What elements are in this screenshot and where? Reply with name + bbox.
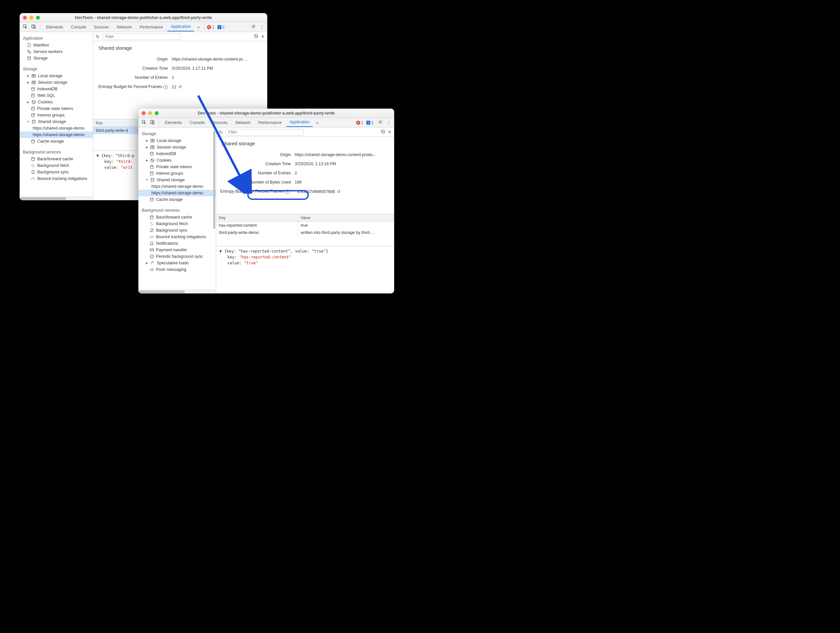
svg-point-9 xyxy=(32,87,35,88)
sidebar-section-application: Application xyxy=(20,34,93,42)
sidebar-item-cache-storage[interactable]: Cache storage xyxy=(20,138,93,145)
maximize-window-button[interactable] xyxy=(155,111,159,115)
table-row[interactable]: third-party-write-demo written into thir… xyxy=(216,229,394,236)
tab-sources[interactable]: Sources xyxy=(91,24,112,31)
sidebar-origin-item-selected[interactable]: https://shared-storage-demo- xyxy=(20,131,93,138)
tab-network[interactable]: Network xyxy=(114,24,135,31)
v-scrollbar-thumb[interactable] xyxy=(213,131,215,229)
sidebar-item-session-storage[interactable]: ▶Session storage xyxy=(20,79,93,86)
sidebar-item-bfcache[interactable]: Back/forward cache xyxy=(20,156,93,162)
tab-elements[interactable]: Elements xyxy=(162,119,185,126)
sidebar-item-cookies[interactable]: ▶Cookies xyxy=(20,99,93,105)
sidebar-item-bounce-tracking[interactable]: Bounce tracking mitigations xyxy=(138,234,216,240)
svg-point-16 xyxy=(32,120,35,122)
sidebar-item-local-storage[interactable]: ▶Local storage xyxy=(138,137,216,144)
tab-performance[interactable]: Performance xyxy=(255,119,285,126)
sidebar-item-interest-groups[interactable]: Interest groups xyxy=(138,170,216,177)
sidebar-origin-item-selected[interactable]: https://shared-storage-demo- xyxy=(138,190,216,196)
sidebar-origin-item[interactable]: https://shared-storage-demo- xyxy=(20,125,93,131)
col-key-header[interactable]: Key xyxy=(216,214,298,221)
sidebar-h-scrollbar[interactable] xyxy=(20,196,93,200)
sidebar-item-bg-fetch[interactable]: Background fetch xyxy=(20,162,93,169)
tab-console[interactable]: Console xyxy=(186,119,208,126)
sidebar-item-shared-storage[interactable]: ▼Shared storage xyxy=(138,177,216,183)
table-row[interactable]: has-reported-content true xyxy=(216,222,394,229)
reset-icon[interactable]: ↺ xyxy=(178,85,182,89)
sidebar-item-bg-sync[interactable]: Background sync xyxy=(20,169,93,175)
filter-input[interactable] xyxy=(225,129,304,136)
device-toggle-icon[interactable] xyxy=(30,24,37,30)
more-tabs-icon[interactable]: » xyxy=(314,120,320,125)
block-icon[interactable] xyxy=(254,34,258,39)
sidebar-item-bfcache[interactable]: Back/forward cache xyxy=(138,214,216,221)
settings-icon[interactable] xyxy=(377,120,384,125)
inspect-icon[interactable] xyxy=(141,120,147,125)
settings-icon[interactable] xyxy=(250,24,257,30)
sidebar-item-private-state-tokens[interactable]: Private state tokens xyxy=(20,105,93,112)
sidebar-item-manifest[interactable]: Manifest xyxy=(20,42,93,49)
sidebar-item-shared-storage[interactable]: ▼Shared storage xyxy=(20,118,93,125)
sidebar-item-websql[interactable]: Web SQL xyxy=(20,92,93,99)
close-window-button[interactable] xyxy=(142,111,145,115)
tab-performance[interactable]: Performance xyxy=(136,24,166,31)
sidebar-item-cookies[interactable]: ▶Cookies xyxy=(138,157,216,164)
inspect-icon[interactable] xyxy=(22,24,29,30)
sidebar-item-bounce-tracking[interactable]: Bounce tracking mitigations xyxy=(20,175,93,182)
titlebar: DevTools - shared-storage-demo-publisher… xyxy=(20,13,267,22)
block-icon[interactable] xyxy=(381,129,385,135)
info-tooltip-icon[interactable]: i xyxy=(285,190,289,194)
close-icon[interactable]: ✕ xyxy=(261,34,265,39)
sidebar-item-service-workers[interactable]: Service workers xyxy=(20,49,93,55)
caret-down-icon[interactable]: ▼ xyxy=(96,153,101,158)
caret-down-icon[interactable]: ▼ xyxy=(219,249,224,254)
sidebar-item-cache-storage[interactable]: Cache storage xyxy=(138,196,216,203)
sidebar-item-bg-sync[interactable]: Background sync xyxy=(138,227,216,234)
tab-application[interactable]: Application xyxy=(167,23,194,32)
sidebar-item-local-storage[interactable]: ▶Local storage xyxy=(20,73,93,79)
sidebar-item-indexeddb[interactable]: IndexedDB xyxy=(138,150,216,157)
svg-point-11 xyxy=(32,100,36,104)
info-count[interactable]: i2 xyxy=(366,120,374,125)
close-window-button[interactable] xyxy=(23,16,27,20)
maximize-window-button[interactable] xyxy=(36,16,40,20)
close-icon[interactable]: ✕ xyxy=(388,129,392,134)
sidebar-item-storage[interactable]: Storage xyxy=(20,55,93,62)
device-toggle-icon[interactable] xyxy=(149,120,156,125)
sidebar-item-periodic-sync[interactable]: Periodic background sync xyxy=(138,253,216,260)
sidebar-item-bg-fetch[interactable]: Background fetch xyxy=(138,221,216,227)
more-tabs-icon[interactable]: » xyxy=(195,25,202,30)
sidebar-item-interest-groups[interactable]: Interest groups xyxy=(20,112,93,118)
tab-network[interactable]: Network xyxy=(232,119,254,126)
info-tooltip-icon[interactable]: i xyxy=(164,85,168,89)
detail-entropy-label: Entropy Budget for Fenced Framesi xyxy=(216,189,294,194)
info-count[interactable]: i2 xyxy=(218,25,225,30)
sidebar-item-speculative-loads[interactable]: ▶Speculative loads xyxy=(138,260,216,266)
reload-icon[interactable]: ↻ xyxy=(96,34,100,39)
reset-icon[interactable]: ↺ xyxy=(337,189,341,194)
tab-sources[interactable]: Sources xyxy=(209,119,231,126)
database-icon xyxy=(150,215,154,219)
kv-table: Key Value has-reported-content true thir… xyxy=(216,214,394,246)
minimize-window-button[interactable] xyxy=(30,16,33,20)
error-count[interactable]: ✕1 xyxy=(207,25,214,30)
sidebar-item-push-messaging[interactable]: Push messaging xyxy=(138,266,216,273)
col-value-header[interactable]: Value xyxy=(298,214,394,221)
cookie-icon xyxy=(150,158,155,163)
filter-input[interactable] xyxy=(103,33,181,40)
tab-console[interactable]: Console xyxy=(68,24,89,31)
kebab-menu-icon[interactable]: ⋮ xyxy=(385,120,392,125)
sidebar-origin-item[interactable]: https://shared-storage-demo- xyxy=(138,183,216,190)
sidebar-item-payment-handler[interactable]: Payment handler xyxy=(138,247,216,253)
sidebar-item-indexeddb[interactable]: IndexedDB xyxy=(20,86,93,92)
sidebar-h-scrollbar[interactable] xyxy=(138,289,216,294)
sidebar-item-session-storage[interactable]: ▶Session storage xyxy=(138,144,216,150)
kebab-menu-icon[interactable]: ⋮ xyxy=(258,25,265,30)
error-count[interactable]: ✕1 xyxy=(356,120,363,125)
minimize-window-button[interactable] xyxy=(148,111,152,115)
database-icon xyxy=(150,171,154,176)
tab-elements[interactable]: Elements xyxy=(43,24,66,31)
reload-icon[interactable]: ↻ xyxy=(219,129,223,135)
sidebar-item-notifications[interactable]: Notifications xyxy=(138,240,216,247)
tab-application[interactable]: Application xyxy=(286,118,313,127)
sidebar-item-private-state-tokens[interactable]: Private state tokens xyxy=(138,164,216,170)
